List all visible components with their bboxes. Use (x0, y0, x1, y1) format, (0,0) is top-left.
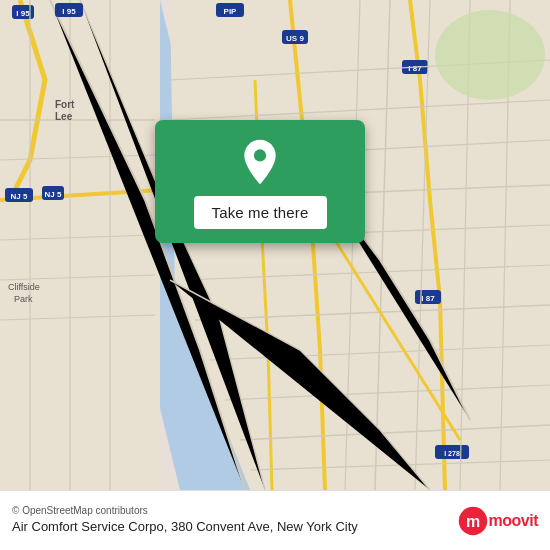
take-me-there-button[interactable]: Take me there (194, 196, 327, 229)
svg-text:I 95: I 95 (16, 9, 30, 18)
svg-text:I 87: I 87 (421, 294, 435, 303)
svg-text:Fort: Fort (55, 99, 75, 110)
footer: © OpenStreetMap contributors Air Comfort… (0, 490, 550, 550)
svg-text:I 87: I 87 (408, 64, 422, 73)
svg-text:NJ 5: NJ 5 (45, 190, 62, 199)
footer-info: © OpenStreetMap contributors Air Comfort… (12, 505, 358, 536)
location-pin-icon (236, 138, 284, 186)
svg-point-42 (435, 10, 545, 100)
svg-text:US 9: US 9 (286, 34, 304, 43)
svg-text:I 278: I 278 (444, 450, 460, 457)
moovit-icon: m (457, 505, 489, 537)
svg-text:Cliffside: Cliffside (8, 282, 40, 292)
map-container: Hudson River I 95 NJ 5 US 9 I 87 I 87 I … (0, 0, 550, 490)
svg-text:NJ 5: NJ 5 (11, 192, 28, 201)
svg-text:PIP: PIP (224, 7, 238, 16)
svg-point-53 (254, 149, 266, 161)
osm-attribution: © OpenStreetMap contributors (12, 505, 358, 516)
svg-text:I 95: I 95 (62, 7, 76, 16)
map-background: Hudson River I 95 NJ 5 US 9 I 87 I 87 I … (0, 0, 550, 490)
cta-card: Take me there (155, 120, 365, 243)
svg-text:Lee: Lee (55, 111, 73, 122)
svg-text:Park: Park (14, 294, 33, 304)
svg-text:m: m (465, 513, 479, 530)
address-text: Air Comfort Service Corpo, 380 Convent A… (12, 518, 358, 536)
moovit-logo: m moovit (457, 505, 538, 537)
moovit-brand-text: moovit (489, 512, 538, 530)
